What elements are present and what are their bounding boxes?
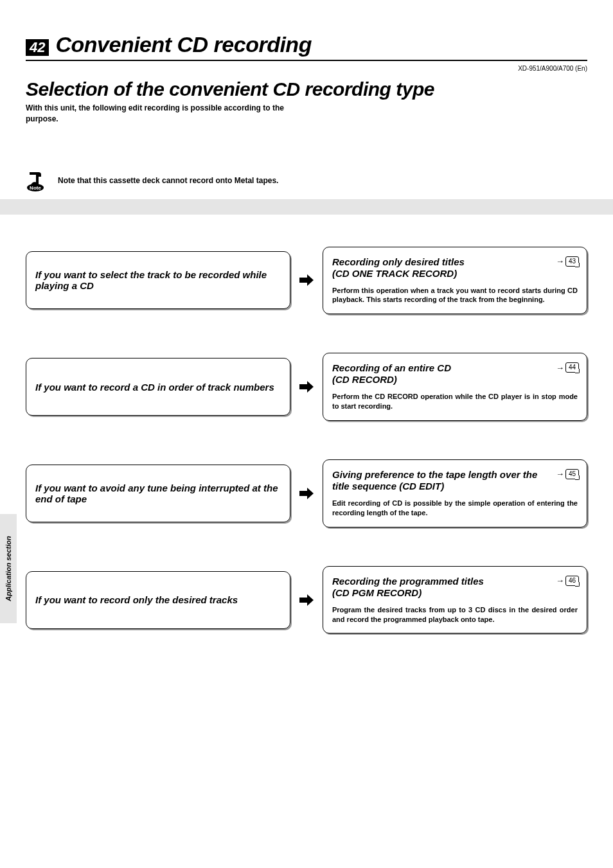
option-result-title: Recording the programmed titles(CD PGM R… <box>332 576 578 599</box>
side-tab: Application section <box>0 514 17 623</box>
arrow-right-icon <box>299 594 314 606</box>
option-result-title: Recording of an entire CD(CD RECORD) <box>332 362 578 385</box>
option-result-box: → 43 Recording only desired titles(CD ON… <box>323 247 587 315</box>
arrow-right-icon <box>299 274 314 286</box>
note-icon: Note <box>26 170 49 193</box>
option-pair: If you want to avoid any tune being inte… <box>26 459 587 527</box>
page-reference: → 45 <box>556 469 579 479</box>
note-icon-label: Note <box>30 185 41 191</box>
side-tab-label: Application section <box>4 536 12 601</box>
option-result-description: Edit recording of CD is possible by the … <box>332 499 578 518</box>
page-ref-number: 46 <box>565 576 579 586</box>
note-text: Note that this cassette deck cannot reco… <box>58 175 278 186</box>
chapter-title: Convenient CD recording <box>55 32 311 57</box>
option-pair: If you want to select the track to be re… <box>26 247 587 315</box>
arrow-right-small-icon: → <box>556 256 564 266</box>
option-result-description: Program the desired tracks from up to 3 … <box>332 605 578 624</box>
option-condition-text: If you want to avoid any tune being inte… <box>35 483 281 504</box>
option-pair: If you want to record a CD in order of t… <box>26 353 587 421</box>
option-result-title: Recording only desired titles(CD ONE TRA… <box>332 256 578 279</box>
option-condition-box: If you want to select the track to be re… <box>26 251 290 309</box>
option-result-description: Perform this operation when a track you … <box>332 286 578 305</box>
option-result-box: → 45 Giving preference to the tape lengt… <box>323 459 587 527</box>
option-pair: If you want to record only the desired t… <box>26 566 587 634</box>
arrow-right-icon <box>299 381 314 393</box>
page-reference: → 46 <box>556 576 579 586</box>
manual-page: Application section 42 Convenient CD rec… <box>0 0 613 868</box>
page-reference: → 43 <box>556 256 579 267</box>
option-condition-box: If you want to avoid any tune being inte… <box>26 465 290 522</box>
page-ref-number: 43 <box>565 256 579 267</box>
option-condition-text: If you want to record only the desired t… <box>35 594 281 605</box>
recording-options-list: If you want to select the track to be re… <box>26 247 587 634</box>
section-title: Selection of the convenient CD recording… <box>26 78 587 100</box>
option-result-title: Giving preference to the tape length ove… <box>332 469 578 492</box>
page-ref-number: 45 <box>565 469 579 479</box>
page-header: 42 Convenient CD recording <box>26 32 587 61</box>
arrow-right-icon <box>299 488 314 499</box>
page-reference: → 44 <box>556 362 579 373</box>
model-line: XD-951/A900/A700 (En) <box>26 65 587 72</box>
option-condition-text: If you want to record a CD in order of t… <box>35 382 281 393</box>
option-condition-text: If you want to select the track to be re… <box>35 269 281 291</box>
arrow-right-small-icon: → <box>556 469 564 479</box>
option-condition-box: If you want to record a CD in order of t… <box>26 358 290 416</box>
option-condition-box: If you want to record only the desired t… <box>26 571 290 629</box>
page-ref-number: 44 <box>565 362 579 373</box>
option-result-description: Perform the CD RECORD operation while th… <box>332 392 578 411</box>
intro-text: With this unit, the following edit recor… <box>26 103 296 125</box>
page-number-badge: 42 <box>26 39 49 56</box>
gray-band <box>0 199 613 215</box>
note-row: Note Note that this cassette deck cannot… <box>26 170 587 193</box>
option-result-box: → 46 Recording the programmed titles(CD … <box>323 566 587 634</box>
arrow-right-small-icon: → <box>556 576 564 585</box>
option-result-box: → 44 Recording of an entire CD(CD RECORD… <box>323 353 587 421</box>
arrow-right-small-icon: → <box>556 363 564 373</box>
